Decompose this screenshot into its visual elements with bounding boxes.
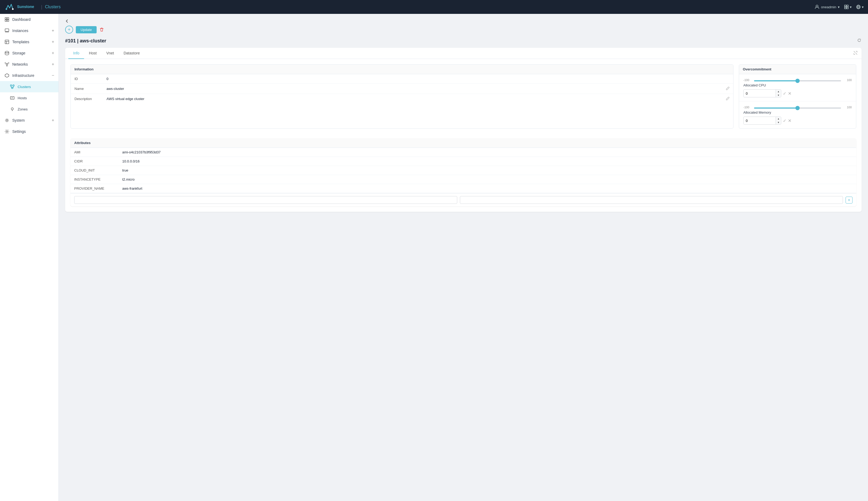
- expand-button[interactable]: [853, 51, 858, 56]
- tab-datastore[interactable]: Datastore: [119, 48, 145, 59]
- sidebar-label-clusters: Clusters: [18, 85, 54, 89]
- cpu-cancel-button[interactable]: ✕: [788, 91, 791, 96]
- sidebar-label-instances: Instances: [12, 29, 49, 33]
- tab-vnet[interactable]: Vnet: [102, 48, 119, 59]
- info-value-name: aws-cluster: [106, 87, 723, 91]
- cpu-input[interactable]: [744, 90, 776, 97]
- cpu-spin-down[interactable]: ▼: [776, 93, 781, 97]
- attr-value-provider-name: aws-frankfurt: [122, 186, 142, 191]
- information-panel-title: Information: [71, 65, 733, 74]
- memory-slider-wrap: [754, 105, 841, 109]
- sidebar-item-dashboard[interactable]: Dashboard: [0, 14, 59, 25]
- dashboard-icon: [4, 17, 10, 22]
- sidebar-item-clusters[interactable]: Clusters: [0, 81, 59, 92]
- attr-value-input[interactable]: [460, 196, 843, 204]
- sidebar-item-infrastructure[interactable]: Infrastructure −: [0, 70, 59, 81]
- name-edit-icon[interactable]: [726, 86, 730, 91]
- sidebar-item-storage[interactable]: Storage +: [0, 47, 59, 59]
- sidebar-item-templates[interactable]: Templates +: [0, 36, 59, 47]
- overcommitment-panel-title: Overcommitment: [739, 65, 856, 74]
- cpu-slider[interactable]: [754, 80, 841, 81]
- svg-point-1: [6, 8, 7, 10]
- memory-cancel-button[interactable]: ✕: [788, 118, 791, 123]
- info-label-id: ID: [74, 77, 106, 81]
- sidebar: Dashboard Instances + Templates + Storag…: [0, 14, 59, 501]
- sidebar-label-networks: Networks: [12, 62, 49, 66]
- attr-key-instancetype: INSTANCETYPE: [74, 178, 122, 181]
- attr-row-instancetype: INSTANCETYPE t2.micro: [71, 175, 856, 184]
- attr-key-provider-name: PROVIDER_NAME: [74, 186, 122, 191]
- instances-expand-icon[interactable]: +: [52, 28, 54, 33]
- sidebar-label-storage: Storage: [12, 51, 49, 55]
- sidebar-item-instances[interactable]: Instances +: [0, 25, 59, 36]
- zones-icon: [10, 106, 15, 112]
- storage-icon: [4, 51, 10, 56]
- description-edit-icon[interactable]: [726, 97, 730, 101]
- svg-point-24: [5, 62, 6, 64]
- update-button[interactable]: Update: [76, 26, 97, 33]
- attributes-section: Attributes AMI ami-o4c21037b3f953d37 CID…: [65, 138, 861, 212]
- sidebar-item-hosts[interactable]: Hosts: [0, 92, 59, 104]
- svg-point-40: [11, 108, 13, 110]
- sidebar-label-templates: Templates: [12, 40, 49, 44]
- user-menu[interactable]: oneadmin ▾: [815, 4, 840, 9]
- refresh-button[interactable]: [857, 38, 861, 44]
- templates-expand-icon[interactable]: +: [52, 40, 54, 44]
- tab-info[interactable]: Info: [68, 48, 84, 59]
- storage-expand-icon[interactable]: +: [52, 51, 54, 55]
- sidebar-item-system[interactable]: System +: [0, 115, 59, 126]
- attr-add-button[interactable]: +: [846, 196, 853, 204]
- memory-spin-up[interactable]: ▲: [776, 117, 781, 120]
- svg-rect-13: [5, 20, 7, 21]
- system-expand-icon[interactable]: +: [52, 118, 54, 123]
- attr-key-cloud-init: CLOUD_INIT: [74, 168, 122, 172]
- add-button[interactable]: +: [65, 25, 73, 34]
- infrastructure-collapse-icon[interactable]: −: [52, 73, 54, 78]
- attr-key-input[interactable]: [74, 196, 457, 204]
- instances-icon: [4, 28, 10, 33]
- cpu-label: Allocated CPU: [743, 83, 852, 87]
- tab-host[interactable]: Host: [84, 48, 102, 59]
- svg-rect-0: [4, 2, 15, 12]
- svg-rect-12: [7, 18, 9, 19]
- delete-button[interactable]: [99, 27, 104, 32]
- memory-input[interactable]: [744, 117, 776, 124]
- memory-spin-down[interactable]: ▼: [776, 120, 781, 124]
- svg-rect-37: [10, 97, 14, 99]
- sidebar-item-zones[interactable]: Zones: [0, 104, 59, 115]
- sidebar-label-zones: Zones: [18, 107, 54, 111]
- main-content: + Update #101 | aws-cluster Info: [59, 14, 868, 501]
- cpu-input-wrap: ▲ ▼: [743, 89, 781, 97]
- svg-point-2: [12, 8, 14, 10]
- svg-point-23: [6, 64, 8, 65]
- attr-value-cloud-init: true: [122, 168, 128, 172]
- information-panel: Information ID 0 Name aws-cluster Descri…: [71, 64, 733, 129]
- sidebar-label-hosts: Hosts: [18, 96, 54, 100]
- cpu-max-label: 100: [843, 78, 852, 82]
- cpu-confirm-button[interactable]: ✓: [783, 91, 786, 96]
- sidebar-item-settings[interactable]: Settings: [0, 126, 59, 137]
- memory-slider[interactable]: [754, 107, 841, 109]
- memory-confirm-button[interactable]: ✓: [783, 118, 786, 123]
- brand-logo[interactable]: Sunstone: [4, 2, 34, 12]
- sidebar-item-networks[interactable]: Networks +: [0, 59, 59, 70]
- cluster-detail-card: Info Host Vnet Datastore Information ID …: [65, 48, 861, 212]
- clusters-icon: [10, 84, 15, 89]
- svg-rect-11: [5, 18, 7, 19]
- attr-row-ami: AMI ami-o4c21037b3f953d37: [71, 148, 856, 157]
- grid-view-button[interactable]: ▾: [844, 4, 852, 9]
- svg-point-25: [8, 62, 9, 64]
- info-value-id: 0: [106, 77, 730, 81]
- attr-key-cidr: CIDR: [74, 159, 122, 163]
- networks-expand-icon[interactable]: +: [52, 62, 54, 67]
- back-button[interactable]: [65, 19, 69, 23]
- cpu-slider-row: -100 100: [743, 78, 852, 82]
- settings-icon: [4, 129, 10, 134]
- cluster-toolbar: + Update: [65, 25, 861, 34]
- cpu-spin-up[interactable]: ▲: [776, 89, 781, 93]
- memory-min-label: -100: [743, 106, 752, 109]
- attr-key-ami: AMI: [74, 150, 122, 154]
- language-button[interactable]: ▾: [856, 4, 864, 9]
- detail-tabs: Info Host Vnet Datastore: [65, 48, 861, 59]
- sidebar-label-system: System: [12, 118, 49, 122]
